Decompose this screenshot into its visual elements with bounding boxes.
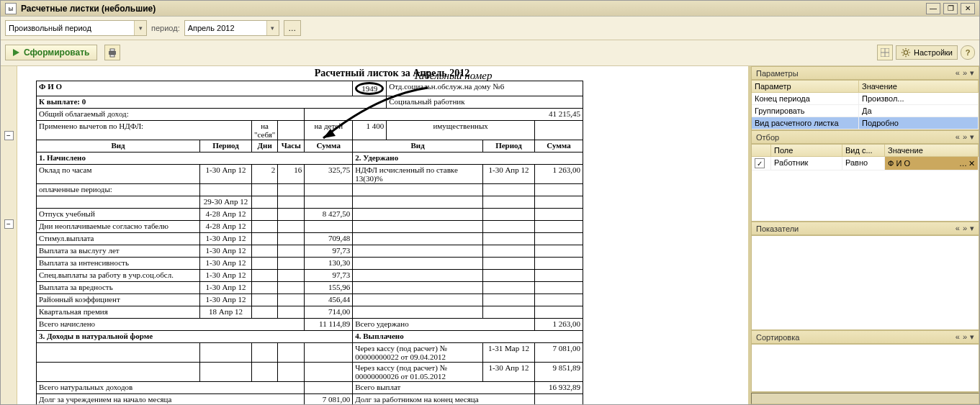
period-arrow-icon[interactable] — [266, 21, 279, 35]
col-sum-right: Сумма — [535, 140, 583, 153]
table-row: Спец.выплаты за работу в учр.соц.обсл.1-… — [37, 270, 583, 282]
svg-line-12 — [908, 55, 909, 56]
filter-check[interactable]: ✓ — [755, 158, 765, 168]
period-combo[interactable] — [184, 20, 279, 36]
fio-label: Ф И О — [37, 81, 353, 96]
close-button[interactable]: ✕ — [961, 3, 975, 14]
table-row: Через кассу (под расчет) № 00000000022 о… — [37, 343, 583, 363]
filter-col-c: Вид с... — [842, 145, 885, 157]
income-value: 41 215,45 — [305, 109, 583, 121]
sort-header[interactable]: Сортировка «»▾ — [751, 330, 979, 344]
svg-line-14 — [908, 50, 909, 50]
sec-paid: 4. Выплачено — [353, 331, 583, 343]
indicators-header[interactable]: Показатели «»▾ — [751, 222, 979, 235]
tree-collapse-2[interactable]: − — [4, 219, 14, 229]
restore-button[interactable]: ❐ — [943, 3, 958, 14]
svg-rect-1 — [110, 49, 114, 51]
accrued-total-val: 11 114,89 — [305, 319, 353, 331]
svg-line-11 — [903, 50, 904, 50]
period-dialog-button[interactable]: … — [284, 20, 301, 36]
table-row: Выплата за интенсивность1-30 Апр 12130,3… — [37, 258, 583, 270]
col-days: Дни — [252, 140, 278, 153]
department: Отд.социальн.обслуж.на дому №6 — [387, 81, 583, 96]
minimize-button[interactable]: — — [926, 3, 940, 14]
filter-header[interactable]: Отбор «»▾ — [751, 130, 979, 144]
app-icon: ы — [5, 3, 17, 14]
emp-number: 1949 — [355, 82, 384, 95]
filter-grid[interactable]: Поле Вид с... Значение ✓ Работник Равно … — [751, 144, 979, 222]
grid-icon-button[interactable] — [877, 45, 893, 60]
sec-natural: 3. Доходы в натуральной форме — [37, 331, 353, 343]
params-col-v: Значение — [859, 81, 979, 93]
svg-point-6 — [904, 51, 907, 55]
sec-withheld: 2. Удержано — [353, 153, 583, 165]
sort-grid[interactable] — [751, 344, 979, 392]
params-row[interactable]: Вид расчетного листкаПодробно — [752, 117, 979, 129]
params-grid[interactable]: Параметр Значение Конец периодаПроизвол.… — [751, 80, 979, 130]
params-col-p: Параметр — [752, 81, 859, 93]
generate-button[interactable]: Сформировать — [5, 45, 97, 60]
nav-left-icon[interactable]: « — [956, 68, 960, 78]
help-button[interactable]: ? — [961, 45, 975, 60]
topay-cell: К выплате: 0 — [37, 96, 387, 109]
params-row[interactable]: Конец периодаПроизвол... — [752, 93, 979, 105]
side-scroll[interactable] — [751, 392, 979, 404]
nav-right-icon[interactable]: » — [963, 68, 967, 78]
sec-accrued: 1. Начислено — [37, 153, 353, 165]
nat-total-lbl: Всего натуральных доходов — [37, 382, 305, 394]
position: Социальный работник — [387, 96, 583, 109]
params-header[interactable]: Параметры «»▾ — [751, 66, 979, 80]
debt-org-val: 7 081,00 — [305, 394, 353, 404]
svg-line-13 — [903, 55, 904, 56]
ellipsis-icon[interactable]: … — [959, 159, 967, 168]
toolbar-main: Сформировать Настройки ? — [1, 40, 979, 66]
outline-gutter: − − — [1, 66, 17, 404]
tree-collapse-1[interactable]: − — [4, 131, 14, 140]
table-row: Через кассу (под расчет) № 00000000026 о… — [37, 363, 583, 382]
ded-self-val — [278, 121, 305, 140]
svg-rect-2 — [110, 55, 114, 57]
paid-total-val: 16 932,89 — [535, 382, 583, 394]
table-row: 29-30 Апр 12 — [37, 196, 583, 209]
filter-col-f: Поле — [771, 145, 842, 157]
col-period-right: Период — [483, 140, 535, 153]
mode-combo[interactable] — [5, 20, 147, 36]
annotation-label: Табельный номер — [413, 70, 492, 82]
table-row: Квартальная премия18 Апр 12714,00 — [37, 306, 583, 319]
table-row: Выплата за выслугу лет1-30 Апр 1297,73 — [37, 245, 583, 258]
col-period-left: Период — [200, 140, 252, 153]
debt-org-lbl: Долг за учреждением на начало месяца — [37, 394, 305, 404]
filter-value-cell[interactable]: Ф И О …✕ — [885, 157, 979, 170]
svg-rect-0 — [109, 51, 116, 55]
withheld-total-val: 1 263,00 — [535, 319, 583, 331]
title-bar: ы Расчетные листки (небольшие) — ❐ ✕ — [1, 1, 979, 17]
gear-icon — [901, 47, 911, 58]
payslip-table: Ф И О 1949 Отд.социальн.обслуж.на дому №… — [36, 81, 583, 404]
ded-self-lbl: на "себя" — [252, 121, 278, 140]
table-row: Дни неоплачиваемые согласно табелю4-28 А… — [37, 221, 583, 233]
settings-panel: Параметры «»▾ Параметр Значение Конец пе… — [748, 66, 979, 404]
table-row: оплаченные периоды: — [37, 184, 583, 196]
settings-label: Настройки — [914, 48, 953, 57]
col-vid-right: Вид — [353, 140, 483, 153]
filter-row[interactable]: ✓ Работник Равно Ф И О …✕ — [752, 157, 979, 170]
window-title: Расчетные листки (небольшие) — [21, 4, 926, 14]
ded-child-lbl: на детей — [305, 121, 353, 140]
settings-button[interactable]: Настройки — [896, 45, 958, 60]
params-row[interactable]: ГруппироватьДа — [752, 105, 979, 117]
filter-col-v: Значение — [885, 145, 979, 157]
indicators-grid[interactable] — [751, 235, 979, 330]
clear-icon[interactable]: ✕ — [968, 159, 975, 168]
accrued-total-lbl: Всего начислено — [37, 319, 305, 331]
withheld-total-lbl: Всего удержано — [353, 319, 535, 331]
print-button[interactable] — [104, 45, 120, 60]
ded-child-val: 1 400 — [353, 121, 387, 140]
mode-input[interactable] — [6, 22, 134, 35]
table-row: Оклад по часам1-30 Апр 12216325,75НДФЛ и… — [37, 165, 583, 184]
ded-prop-lbl: имущественных — [387, 121, 535, 140]
chevron-down-icon[interactable]: ▾ — [970, 68, 974, 78]
period-input[interactable] — [185, 22, 266, 35]
report-area[interactable]: Табельный номер Расчетный листок за Апре… — [17, 66, 748, 404]
col-sum-left: Сумма — [305, 140, 353, 153]
mode-arrow-icon[interactable] — [134, 21, 146, 35]
